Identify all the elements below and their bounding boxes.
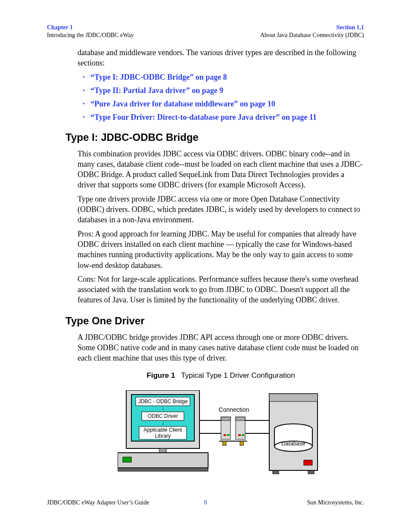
svg-rect-20 bbox=[223, 441, 226, 445]
header-chapter: Chapter 1 bbox=[47, 24, 134, 31]
section-links-list: “Type I: JDBC-ODBC Bridge” on page 8 “Ty… bbox=[78, 73, 364, 122]
page-content: database and middleware vendors. The var… bbox=[78, 47, 364, 481]
connection-label: Connection bbox=[218, 406, 249, 413]
sec1-p1: This combination provides JDBC access vi… bbox=[78, 149, 364, 190]
intro-paragraph: database and middleware vendors. The var… bbox=[78, 47, 364, 68]
header-right: Section 1.1 About Java Database Connecti… bbox=[260, 24, 364, 39]
screen-text-bridge: JDBC - ODBC Bridge bbox=[138, 398, 187, 404]
svg-rect-12 bbox=[221, 417, 230, 420]
svg-rect-10 bbox=[118, 468, 208, 471]
database-label: Database bbox=[281, 440, 305, 447]
svg-rect-13 bbox=[224, 434, 226, 436]
header-left: Chapter 1 Introducing the JDBC/ODBC eWay bbox=[47, 24, 134, 39]
svg-rect-27 bbox=[269, 394, 318, 401]
screen-text-lib2: Library bbox=[155, 433, 171, 439]
sec1-p4: Cons: Not for large-scale applications. … bbox=[78, 274, 364, 305]
svg-rect-7 bbox=[159, 448, 166, 453]
footer-right: Sun Microsystems, Inc. bbox=[307, 499, 364, 506]
server-box-1 bbox=[221, 417, 230, 439]
heading-type-i: Type I: JDBC-ODBC Bridge bbox=[65, 131, 364, 143]
figure-label: Figure 1 bbox=[146, 371, 175, 380]
svg-rect-14 bbox=[227, 434, 230, 436]
server-box-2 bbox=[236, 417, 245, 439]
header-right-sub: About Java Database Connectivity (JDBC) bbox=[260, 31, 364, 39]
svg-rect-9 bbox=[123, 457, 131, 462]
svg-text:↓: ↓ bbox=[162, 420, 164, 426]
link-type-4[interactable]: “Type Four Driver: Direct-to-database pu… bbox=[90, 113, 364, 122]
svg-rect-35 bbox=[308, 470, 314, 474]
heading-type-one-driver: Type One Driver bbox=[65, 315, 364, 327]
sec1-p3: Pros: A good approach for learning JDBC.… bbox=[78, 229, 364, 271]
svg-rect-17 bbox=[238, 434, 241, 436]
svg-rect-34 bbox=[273, 470, 279, 474]
database-tower: Database bbox=[269, 394, 318, 470]
link-type-2[interactable]: “Type II: Partial Java driver” on page 9 bbox=[90, 86, 364, 95]
figure-title: Typical Type 1 Driver Configuration bbox=[181, 371, 295, 380]
screen-text-odbc: ODBC Driver bbox=[147, 413, 177, 419]
sec2-p1: A JDBC/ODBC bridge provides JDBC API acc… bbox=[78, 332, 364, 364]
header-section: Section 1.1 bbox=[260, 24, 364, 31]
link-type-1[interactable]: “Type I: JDBC-ODBC Bridge” on page 8 bbox=[90, 73, 364, 82]
svg-rect-18 bbox=[242, 434, 244, 436]
header-left-sub: Introducing the JDBC/ODBC eWay bbox=[47, 31, 134, 39]
sec1-p2: Type one drivers provide JDBC access via… bbox=[78, 194, 364, 225]
svg-rect-33 bbox=[304, 460, 312, 465]
svg-text:↓: ↓ bbox=[162, 405, 164, 411]
screen-text-lib1: Applicable Client bbox=[143, 427, 182, 433]
figure-caption: Figure 1 Typical Type 1 Driver Configura… bbox=[78, 371, 364, 380]
figure-1-diagram: JDBC - ODBC Bridge ↓ ODBC Driver ↓ Appli… bbox=[118, 390, 324, 481]
link-type-3[interactable]: “Pure Java driver for database middlewar… bbox=[90, 100, 364, 109]
svg-rect-16 bbox=[236, 417, 245, 420]
svg-rect-21 bbox=[240, 441, 243, 445]
